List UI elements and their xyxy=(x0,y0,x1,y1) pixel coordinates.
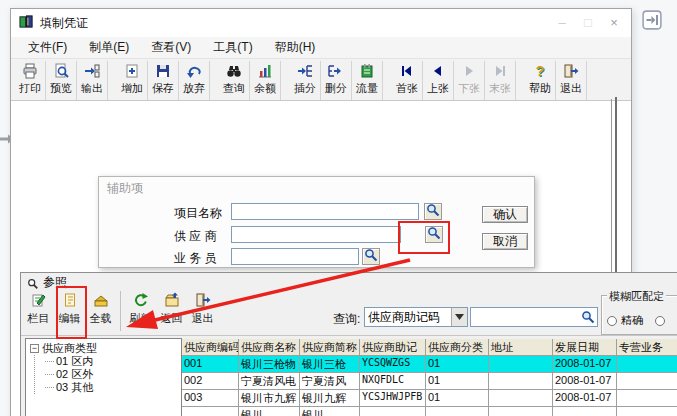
table-cell: 银川三枪 xyxy=(300,356,360,373)
ref-toolbar-button-label: 返回 xyxy=(161,311,183,326)
undo-icon xyxy=(186,63,202,79)
tree-item-03[interactable]: 03 其他 xyxy=(41,381,181,394)
toolbar-button-insert-line[interactable]: 插分 xyxy=(290,61,321,100)
table-cell xyxy=(360,407,426,416)
toolbar-button-label: 首张 xyxy=(396,81,418,96)
supplier-table: 供应商编码供应商名称供应商简称供应商助记供应商分类地址发展日期专营业务001银川… xyxy=(182,339,677,416)
toolbar-button-last: 末张 xyxy=(485,61,516,100)
query-field-select[interactable]: 供应商助记码 xyxy=(364,307,468,327)
tree-collapse-icon[interactable]: − xyxy=(30,344,39,353)
supplier-input[interactable] xyxy=(231,226,401,243)
supplier-row[interactable]: 003银川市九辉银川九辉YCSJHWJPFB012008-01-07 xyxy=(182,390,677,407)
first-page-icon xyxy=(399,63,415,79)
toolbar-button-export[interactable]: 输出 xyxy=(77,61,108,100)
toolbar-button-label: 退出 xyxy=(560,81,582,96)
supplier-row[interactable]: 银川银川 xyxy=(182,407,677,416)
tree-item-01[interactable]: 01 区内 xyxy=(41,355,181,368)
menu-item-file[interactable]: 文件(F) xyxy=(17,37,78,58)
toolbar-divider xyxy=(21,335,677,336)
query-magnifier-button[interactable] xyxy=(581,310,595,328)
close-button[interactable]: × xyxy=(603,9,625,37)
table-cell: 供应商助记 xyxy=(360,339,426,356)
toolbar-button-print[interactable]: 打印 xyxy=(15,61,46,100)
table-cell xyxy=(553,407,617,416)
toolbar-button-save[interactable]: 保存 xyxy=(148,61,179,100)
match-exact-radio[interactable] xyxy=(607,316,617,326)
toolbar-button-label: 插分 xyxy=(294,81,316,96)
salesman-label: 业 务 员 xyxy=(174,250,217,267)
table-cell xyxy=(617,356,677,373)
confirm-button[interactable]: 确认 xyxy=(482,206,528,223)
salesman-magnifier-button[interactable] xyxy=(362,248,380,265)
toolbar-button-label: 下张 xyxy=(458,81,480,96)
add-doc-icon xyxy=(124,63,140,79)
ref-toolbar-button-back[interactable]: 返回 xyxy=(156,289,187,333)
supplier-row[interactable]: 002宁夏清风电宁夏清风NXQFDLC012008-01-07 xyxy=(182,373,677,390)
table-cell: YCSQWZGS xyxy=(360,356,426,373)
forward-icon[interactable] xyxy=(642,10,662,34)
toolbar-button-preview[interactable]: 预览 xyxy=(46,61,77,100)
toolbar-button-help[interactable]: ?帮助 xyxy=(525,61,556,100)
table-cell xyxy=(617,373,677,390)
window-controls: – □ × xyxy=(551,9,625,37)
menu-item-view[interactable]: 查看(V) xyxy=(140,37,202,58)
salesman-input[interactable] xyxy=(231,248,359,265)
toolbar-button-balance[interactable]: 余额 xyxy=(250,61,281,100)
flow-icon xyxy=(359,63,375,79)
cancel-button[interactable]: 取消 xyxy=(482,233,528,250)
toolbar-button-label: 增加 xyxy=(121,81,143,96)
table-cell: 发展日期 xyxy=(553,339,617,356)
minimize-button[interactable]: – xyxy=(551,9,573,37)
query-input[interactable] xyxy=(470,307,598,327)
match-exact-label: 精确 xyxy=(621,313,643,328)
table-cell: 003 xyxy=(182,390,239,407)
toolbar-button-query[interactable]: 查询 xyxy=(219,61,250,100)
table-cell xyxy=(617,407,677,416)
match-fuzzy-radio[interactable] xyxy=(655,316,665,326)
dropdown-arrow-icon[interactable] xyxy=(451,308,467,326)
exit-door-icon xyxy=(563,63,579,79)
toolbar-button-discard[interactable]: 放弃 xyxy=(179,61,210,100)
supplier-row[interactable]: 001银川三枪物银川三枪YCSQWZGS012008-01-07 xyxy=(182,356,677,373)
table-cell: 专营业务 xyxy=(617,339,677,356)
ref-toolbar-button-exit[interactable]: 退出 xyxy=(187,289,218,333)
toolbar-button-flow[interactable]: 流量 xyxy=(352,61,383,100)
title-bar: 填制凭证 – □ × xyxy=(11,9,631,37)
ref-toolbar-button-columns[interactable]: 栏目 xyxy=(23,289,54,333)
table-cell: 供应商名称 xyxy=(239,339,300,356)
project-input[interactable] xyxy=(231,203,419,220)
ref-toolbar-button-refresh[interactable]: 刷新 xyxy=(125,289,156,333)
tree-root[interactable]: −供应商类型 xyxy=(30,342,181,355)
next-page-icon xyxy=(461,63,477,79)
table-cell: 宁夏清风电 xyxy=(239,373,300,390)
menu-item-make[interactable]: 制单(E) xyxy=(78,37,140,58)
table-cell xyxy=(489,390,553,407)
toolbar-button-label: 删分 xyxy=(325,81,347,96)
table-cell: 地址 xyxy=(489,339,553,356)
ref-toolbar-button-label: 刷新 xyxy=(130,311,152,326)
reference-window: 参照 栏目编辑全载刷新返回退出 查询: 供应商助记码 模糊匹配定 精确 −供应商… xyxy=(20,272,677,416)
ref-toolbar-button-load-all[interactable]: 全载 xyxy=(85,289,116,333)
project-label: 项目名称 xyxy=(174,205,222,222)
menu-item-tools[interactable]: 工具(T) xyxy=(202,37,263,58)
table-cell: 银川三枪物 xyxy=(239,356,300,373)
toolbar-button-prev[interactable]: 上张 xyxy=(423,61,454,100)
menu-item-help[interactable]: 帮助(H) xyxy=(264,37,327,58)
table-cell: NXQFDLC xyxy=(360,373,426,390)
aux-items-dialog: 辅助项 项目名称供 应 商业 务 员 确认 取消 xyxy=(98,176,535,268)
tree-item-02[interactable]: 02 区外 xyxy=(41,368,181,381)
table-cell: 01 xyxy=(426,356,489,373)
toolbar-button-exit[interactable]: 退出 xyxy=(556,61,587,100)
toolbar-button-first[interactable]: 首张 xyxy=(392,61,423,100)
window-title: 填制凭证 xyxy=(40,15,88,32)
toolbar-button-add[interactable]: 增加 xyxy=(117,61,148,100)
maximize-button[interactable]: □ xyxy=(577,9,599,37)
toolbar-button-label: 放弃 xyxy=(183,81,205,96)
toolbar-separator xyxy=(120,291,121,331)
table-cell: 01 xyxy=(426,373,489,390)
toolbar-button-next: 下张 xyxy=(454,61,485,100)
toolbar-button-delete-line[interactable]: 删分 xyxy=(321,61,352,100)
table-cell xyxy=(426,407,489,416)
toolbar-button-label: 末张 xyxy=(489,81,511,96)
project-magnifier-button[interactable] xyxy=(424,203,442,220)
